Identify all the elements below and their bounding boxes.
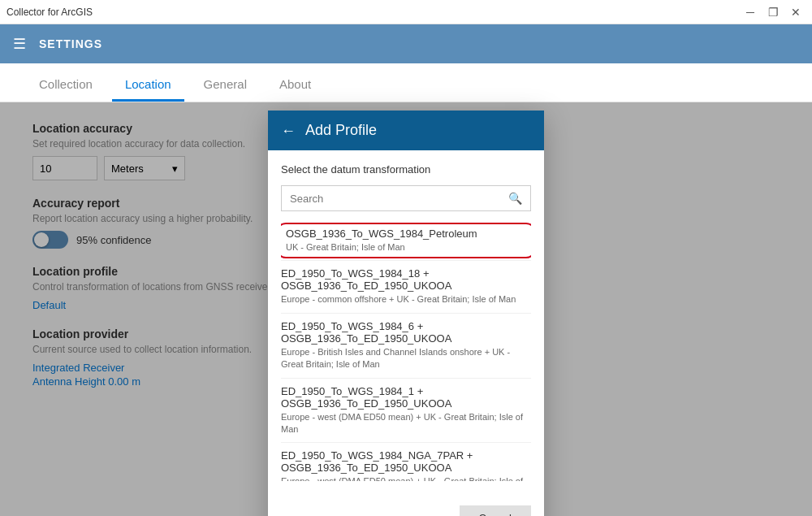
title-bar: Collector for ArcGIS ─ ❐ ✕	[0, 0, 812, 24]
profile-item-osgb-petroleum[interactable]: OSGB_1936_To_WGS_1984_Petroleum UK - Gre…	[281, 221, 531, 261]
profile-item-ed1950-nga[interactable]: ED_1950_To_WGS_1984_NGA_7PAR + OSGB_1936…	[281, 443, 531, 481]
close-button[interactable]: ✕	[786, 4, 806, 20]
profile-desc: Europe - west (DMA ED50 mean) + UK - Gre…	[281, 475, 531, 481]
profile-name: ED_1950_To_WGS_1984_6 + OSGB_1936_To_ED_…	[281, 320, 531, 345]
settings-heading: SETTINGS	[39, 37, 102, 50]
tab-collection[interactable]: Collection	[26, 69, 106, 102]
add-profile-modal: ← Add Profile Select the datum transform…	[268, 111, 544, 516]
tab-general[interactable]: General	[191, 69, 260, 102]
modal-header: ← Add Profile	[268, 111, 544, 150]
profile-item-ed1950-6[interactable]: ED_1950_To_WGS_1984_6 + OSGB_1936_To_ED_…	[281, 314, 531, 379]
profile-desc: Europe - common offshore + UK - Great Br…	[281, 293, 531, 306]
app-header: ☰ SETTINGS	[0, 24, 812, 63]
app-title-text: Collector for ArcGIS	[6, 7, 93, 18]
modal-body: Select the datum transformation 🔍 OSGB_1…	[268, 150, 544, 497]
hamburger-icon[interactable]: ☰	[13, 35, 26, 53]
window-controls: ─ ❐ ✕	[741, 4, 806, 20]
search-icon: 🔍	[500, 186, 530, 210]
modal-subtitle: Select the datum transformation	[281, 163, 531, 176]
profile-item-ed1950-1[interactable]: ED_1950_To_WGS_1984_1 + OSGB_1936_To_ED_…	[281, 379, 531, 444]
modal-back-button[interactable]: ←	[281, 124, 296, 138]
minimize-button[interactable]: ─	[741, 4, 760, 20]
main-content: Location accuracy Set required location …	[0, 102, 812, 516]
cancel-button[interactable]: Cancel	[460, 505, 531, 516]
profile-desc: Europe - British Isles and Channel Islan…	[281, 346, 531, 371]
profile-list: OSGB_1936_To_WGS_1984_Petroleum UK - Gre…	[281, 221, 531, 481]
profile-desc: Europe - west (DMA ED50 mean) + UK - Gre…	[281, 411, 531, 436]
profile-desc: UK - Great Britain; Isle of Man	[286, 241, 526, 254]
profile-item-ed1950-18[interactable]: ED_1950_To_WGS_1984_18 + OSGB_1936_To_ED…	[281, 261, 531, 313]
search-box: 🔍	[281, 185, 531, 211]
profile-name: OSGB_1936_To_WGS_1984_Petroleum	[286, 228, 526, 240]
modal-overlay: ← Add Profile Select the datum transform…	[0, 102, 812, 516]
modal-footer: Cancel	[268, 497, 544, 516]
tab-location[interactable]: Location	[112, 69, 184, 102]
search-input[interactable]	[282, 187, 500, 210]
restore-button[interactable]: ❐	[763, 4, 783, 20]
modal-title: Add Profile	[305, 122, 377, 139]
nav-tabs: Collection Location General About	[0, 63, 812, 102]
profile-name: ED_1950_To_WGS_1984_1 + OSGB_1936_To_ED_…	[281, 385, 531, 410]
profile-name: ED_1950_To_WGS_1984_NGA_7PAR + OSGB_1936…	[281, 449, 531, 474]
tab-about[interactable]: About	[266, 69, 324, 102]
profile-name: ED_1950_To_WGS_1984_18 + OSGB_1936_To_ED…	[281, 267, 531, 292]
